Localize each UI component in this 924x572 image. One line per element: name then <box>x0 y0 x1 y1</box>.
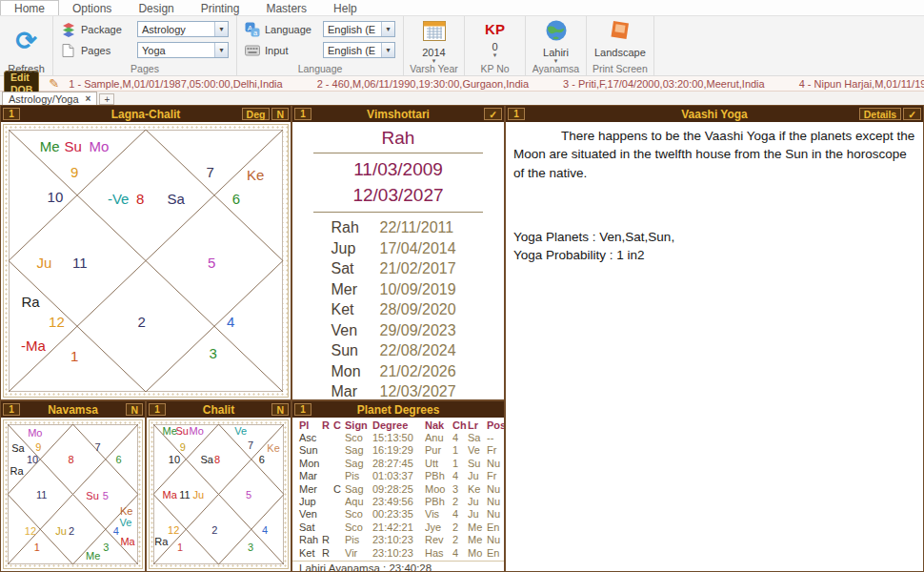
chart-label: Mo <box>190 425 204 437</box>
dob-record[interactable]: 3 - Priti,F,17/04/2000,03:20:00,Meerut,I… <box>563 78 765 90</box>
yoga-description: There happens to be the Vaashi Yoga if t… <box>513 127 915 182</box>
package-select[interactable]: Astrology ▾ <box>137 21 229 37</box>
language-label: Language <box>265 24 318 35</box>
chart-label: Sa <box>167 190 184 206</box>
kp-no-control[interactable]: KP 0 ▾ KP No <box>465 16 526 75</box>
add-tab-button[interactable]: + <box>99 93 114 105</box>
check-button[interactable]: ✓ <box>903 108 921 120</box>
lagna-chalit-chart: MeSuMo910-Ve8Sa7Ke6Ju115Ra1224-Ma13 <box>9 130 283 392</box>
ayanamsa-label: Ayanamsa <box>526 63 586 74</box>
language-select[interactable]: English (E ▾ <box>323 21 395 37</box>
yoga-planets: Yoga Planets : Ven,Sat,Sun, <box>513 228 915 246</box>
panel-number-badge[interactable]: 1 <box>294 108 311 120</box>
globe-icon <box>545 19 568 46</box>
menu-item-help[interactable]: Help <box>320 0 371 15</box>
panel-number-badge[interactable]: 1 <box>294 403 311 416</box>
vaashi-yoga-header: 1 Vaashi Yoga Details ✓ <box>506 106 923 122</box>
planet-degrees-panel: 1 Planet Degrees PlRCSignDegreeNakChLrPo… <box>291 400 505 572</box>
chart-label: Ve <box>120 517 132 528</box>
varsh-year-control[interactable]: 2014 ▾ Varsh Year <box>404 16 465 75</box>
chart-label: 6 <box>232 190 240 206</box>
chart-label: Ke <box>247 166 264 182</box>
tab-strip: Astrology/Yoga × + <box>0 92 924 105</box>
dasha-row: Mar12/03/2027 <box>292 381 504 400</box>
menu-item-masters[interactable]: Masters <box>252 0 320 15</box>
language-group-label: Language <box>237 63 403 74</box>
dasha-row: Ven29/09/2023 <box>292 320 504 341</box>
chart-label: 9 <box>35 441 41 453</box>
dob-record[interactable]: 4 - Nipun Harjai,M,01/11/1991,09:27:00,N… <box>799 78 924 90</box>
n-button[interactable]: N <box>126 403 143 416</box>
panel-title: Planet Degrees <box>357 403 440 417</box>
language-group: Aa Language English (E ▾ Input English (… <box>237 16 404 75</box>
menu-item-printing[interactable]: Printing <box>188 0 253 15</box>
planet-row: MonSag28:27:45Utt1SuNu <box>292 458 505 470</box>
chart-label: 3 <box>103 541 109 553</box>
pages-select-value: Yoga <box>138 45 214 56</box>
chart-label: 9 <box>70 164 78 180</box>
language-icon: Aa <box>245 22 260 37</box>
chart-label: 6 <box>115 454 121 465</box>
navamsa-header: 1 Navamsa N <box>1 401 145 418</box>
dob-record[interactable]: 2 - 460,M,06/11/1990,19:30:00,Gurgaon,In… <box>317 78 529 90</box>
calendar-icon <box>422 19 447 46</box>
chart-label: Ke <box>267 442 279 454</box>
panel-number-badge[interactable]: 1 <box>3 403 20 416</box>
maha-dasha-planet: Rah <box>292 128 504 149</box>
bottom-charts: 1 Navamsa N Mo9Sa10Ra87611Su5KeVe12Ju24M… <box>0 400 291 572</box>
dasha-row: Mon21/02/2026 <box>292 361 504 382</box>
chart-label: 11 <box>72 254 88 270</box>
lagna-chalit-header: 1 Lagna-Chalit Deg N <box>1 106 291 122</box>
dasha-row: Jup17/04/2014 <box>292 238 504 259</box>
pages-group-label: Pages <box>53 63 236 74</box>
chart-label: 8 <box>214 454 220 465</box>
chart-label: 2 <box>211 524 217 536</box>
menu-item-home[interactable]: Home <box>0 0 59 15</box>
check-button[interactable]: ✓ <box>484 108 502 120</box>
planet-row: MarPis01:03:37PBh4JuFr <box>292 470 505 482</box>
pages-select[interactable]: Yoga ▾ <box>137 42 229 58</box>
chart-label: Ke <box>120 505 132 517</box>
menu-item-design[interactable]: Design <box>125 0 187 15</box>
tab-astrology-yoga[interactable]: Astrology/Yoga × <box>2 92 97 105</box>
chart-label: 1 <box>34 541 40 553</box>
panel-number-badge[interactable]: 1 <box>149 403 166 416</box>
chart-label: 11 <box>36 489 47 500</box>
details-button[interactable]: Details <box>859 108 901 120</box>
ayanamsa-control[interactable]: Lahiri ▾ Ayanamsa <box>526 16 587 75</box>
panel-number-badge[interactable]: 1 <box>508 108 525 120</box>
n-button[interactable]: N <box>271 403 289 416</box>
close-icon[interactable]: × <box>86 93 91 104</box>
chevron-down-icon[interactable]: ▾ <box>214 22 228 36</box>
chalit-chart: MeSuMoVe97Ke10Sa86Ma11Ju51224Ra13 <box>153 424 284 564</box>
panel-number-badge[interactable]: 1 <box>3 108 20 120</box>
deg-button[interactable]: Deg <box>242 108 271 120</box>
dob-record[interactable]: 1 - Sample,M,01/01/1987,05:00:00,Delhi,I… <box>69 78 282 90</box>
refresh-button[interactable]: ⟳ Refresh <box>0 16 53 75</box>
pd-head: PlRCSignDegreeNakChLrPos <box>292 419 505 432</box>
input-select[interactable]: English (E ▾ <box>323 42 395 58</box>
lagna-chalit-panel: 1 Lagna-Chalit Deg N MeSuMo910-Ve8Sa7Ke6… <box>0 105 291 400</box>
panel-title: Lagna-Chalit <box>111 108 181 121</box>
n-button[interactable]: N <box>271 108 289 120</box>
chart-label: 1 <box>177 541 183 553</box>
chevron-down-icon[interactable]: ▾ <box>381 43 394 57</box>
dasha-start-date: 11/03/2009 <box>292 156 504 182</box>
chart-label: 7 <box>207 164 214 180</box>
print-screen-button[interactable]: Landscape Print Screen <box>587 16 654 75</box>
panel-title: Chalit <box>203 403 234 417</box>
chart-label: Ma <box>162 489 176 500</box>
chevron-down-icon[interactable]: ▾ <box>381 22 394 36</box>
chart-label: 12 <box>168 524 179 536</box>
language-select-value: English (E <box>324 24 381 35</box>
chart-label: 5 <box>208 254 215 270</box>
dasha-end-date: 12/03/2027 <box>292 182 504 208</box>
planet-row: SunSag16:19:29Pur1VeFr <box>292 444 505 457</box>
dasha-row: Sun22/08/2024 <box>292 340 504 361</box>
chart-label: 7 <box>94 441 100 453</box>
planet-degrees-table: PlRCSignDegreeNakChLrPos AscSco15:13:50A… <box>292 419 505 560</box>
planet-row: RahRPis23:10:23Rev2MeNu <box>292 534 505 546</box>
chevron-down-icon[interactable]: ▾ <box>214 43 228 57</box>
menu-item-options[interactable]: Options <box>59 0 125 15</box>
pencil-icon[interactable]: ✎ <box>49 77 59 90</box>
